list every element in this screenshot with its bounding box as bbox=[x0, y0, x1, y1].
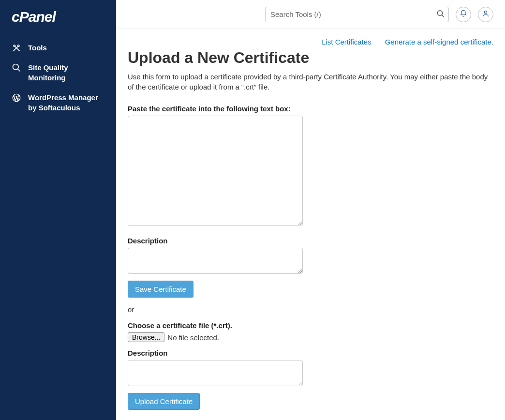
search-button[interactable] bbox=[434, 7, 447, 21]
logo[interactable]: cPanel bbox=[0, 9, 116, 38]
choose-file-label: Choose a certificate file (*.crt). bbox=[128, 321, 493, 330]
svg-point-2 bbox=[13, 64, 19, 70]
paste-cert-label: Paste the certificate into the following… bbox=[128, 105, 493, 113]
file-selected-status: No file selected. bbox=[167, 333, 219, 342]
sidebar-item-label: Site Quality Monitoring bbox=[28, 62, 104, 83]
sidebar-item-label: Tools bbox=[28, 43, 104, 53]
sidebar: cPanel Tools Site Quality Monitoring Wor… bbox=[0, 0, 116, 420]
account-button[interactable] bbox=[478, 7, 493, 22]
certificate-textarea[interactable] bbox=[128, 116, 303, 226]
description-label-1: Description bbox=[128, 237, 493, 245]
search-wrapper bbox=[265, 7, 449, 22]
browse-button[interactable]: Browse... bbox=[128, 332, 164, 342]
wordpress-icon bbox=[12, 93, 21, 103]
svg-point-3 bbox=[437, 10, 443, 15]
page-title: Upload a New Certificate bbox=[128, 49, 493, 67]
sidebar-item-wordpress[interactable]: WordPress Manager by Softaculous bbox=[0, 88, 116, 118]
bell-icon bbox=[460, 10, 467, 19]
description-textarea-2[interactable] bbox=[128, 360, 303, 386]
svg-point-4 bbox=[484, 11, 487, 14]
link-generate-selfsigned[interactable]: Generate a self-signed certificate. bbox=[385, 38, 493, 46]
sidebar-item-label: WordPress Manager by Softaculous bbox=[28, 92, 104, 113]
page-description: Use this form to upload a certificate pr… bbox=[128, 72, 493, 92]
topbar bbox=[116, 0, 505, 29]
search-icon bbox=[436, 9, 445, 19]
save-certificate-button[interactable]: Save Certificate bbox=[128, 281, 193, 298]
or-text: or bbox=[128, 305, 493, 314]
notifications-button[interactable] bbox=[456, 7, 471, 22]
logo-text: cPanel bbox=[12, 9, 56, 25]
tools-icon bbox=[12, 43, 21, 53]
svg-point-0 bbox=[14, 45, 15, 46]
sidebar-item-site-quality[interactable]: Site Quality Monitoring bbox=[0, 58, 116, 88]
description-label-2: Description bbox=[128, 349, 493, 357]
link-list-certificates[interactable]: List Certificates bbox=[322, 38, 371, 46]
svg-point-1 bbox=[18, 45, 19, 46]
file-input-row: Browse... No file selected. bbox=[128, 332, 493, 342]
sidebar-item-tools[interactable]: Tools bbox=[0, 38, 116, 58]
user-icon bbox=[482, 10, 490, 19]
top-links: List Certificates Generate a self-signed… bbox=[128, 38, 493, 46]
description-textarea-1[interactable] bbox=[128, 248, 303, 274]
search-input[interactable] bbox=[265, 7, 449, 22]
content: List Certificates Generate a self-signed… bbox=[116, 29, 505, 420]
magnify-icon bbox=[12, 63, 21, 73]
upload-certificate-button[interactable]: Upload Certificate bbox=[128, 393, 200, 410]
main-area: List Certificates Generate a self-signed… bbox=[116, 0, 505, 420]
